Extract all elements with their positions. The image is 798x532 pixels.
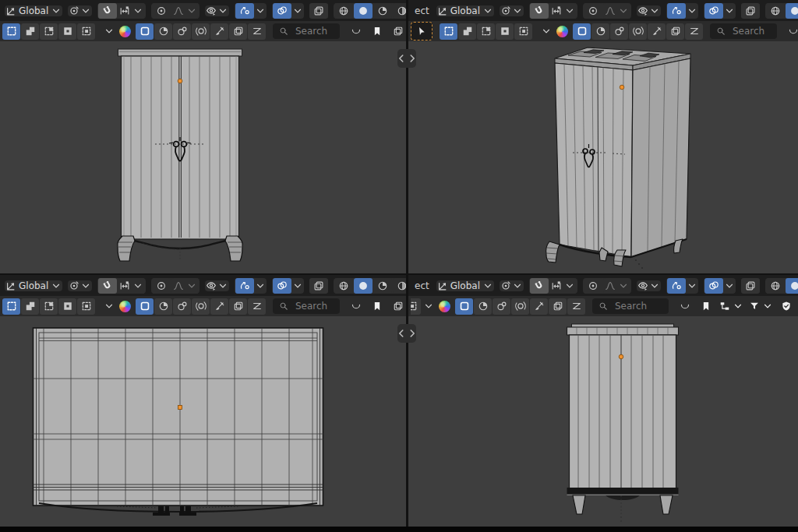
force-field-button[interactable] <box>192 298 210 315</box>
mode-sphere-icon[interactable] <box>439 301 450 312</box>
filter-dropdown-button[interactable] <box>747 298 775 314</box>
brush-button[interactable] <box>648 23 666 40</box>
visibility-dropdown[interactable] <box>637 280 661 291</box>
wardrobe-front-object[interactable] <box>118 49 243 261</box>
clipped-edge-button[interactable] <box>389 23 406 39</box>
bookmark-button[interactable] <box>697 298 715 314</box>
brush-button[interactable] <box>210 23 228 40</box>
shading-solid-button[interactable] <box>354 3 373 19</box>
gizmo-toggle-button[interactable] <box>667 278 686 294</box>
shading-wireframe-button[interactable] <box>334 278 353 294</box>
viewport-top-canvas[interactable] <box>0 316 406 527</box>
shading-wireframe-button[interactable] <box>766 278 785 294</box>
clipped-edge-button[interactable] <box>389 298 406 314</box>
snap-toggle-button[interactable] <box>530 278 549 294</box>
snap-toggle-button[interactable] <box>98 3 117 19</box>
viewport-back-canvas[interactable] <box>408 316 798 527</box>
force-field-button[interactable] <box>511 298 529 315</box>
shading-solid-button[interactable] <box>786 3 798 19</box>
viewport-top[interactable] <box>0 316 406 527</box>
select-invert-button[interactable] <box>496 23 514 40</box>
metaball-button[interactable] <box>173 23 191 40</box>
origin-dot[interactable] <box>619 354 623 359</box>
transform-orientation-dropdown[interactable]: Global <box>5 280 62 291</box>
pivot-point-dropdown[interactable] <box>68 5 92 16</box>
split-handle-top[interactable] <box>397 49 416 68</box>
search-input[interactable] <box>294 300 334 312</box>
shading-solid-button[interactable] <box>354 278 373 294</box>
search-input[interactable] <box>294 25 334 37</box>
transform-orientation-dropdown[interactable]: Global <box>436 280 494 291</box>
bookmark-button[interactable] <box>368 298 387 314</box>
horizontal-splitter[interactable] <box>0 273 798 275</box>
force-field-button[interactable] <box>192 23 210 40</box>
select-extend-button[interactable] <box>21 298 39 315</box>
split-handle-bottom[interactable] <box>397 324 416 343</box>
mode-sphere-icon[interactable] <box>556 26 568 37</box>
overlays-toggle-button[interactable] <box>273 3 291 19</box>
mode-chevron-down-icon[interactable] <box>541 26 552 37</box>
metaball-button[interactable] <box>610 23 628 40</box>
shading-wireframe-button[interactable] <box>334 3 353 19</box>
shading-material-preview-button[interactable] <box>373 3 392 19</box>
hierarchy-dropdown-button[interactable] <box>718 298 745 314</box>
select-intersect-button[interactable] <box>77 298 95 315</box>
gizmo-toggle-button[interactable] <box>235 278 254 294</box>
pie-button[interactable] <box>154 298 172 315</box>
shading-solid-button[interactable] <box>786 278 798 294</box>
arc-button[interactable] <box>347 23 365 39</box>
force-field-button[interactable] <box>629 23 647 40</box>
select-subtract-button[interactable] <box>40 298 58 315</box>
select-extend-button[interactable] <box>458 23 476 40</box>
origin-dot[interactable] <box>178 79 182 83</box>
duplicate-button[interactable] <box>229 23 247 40</box>
search-field[interactable] <box>592 298 669 314</box>
transform-orientation-dropdown[interactable]: Global <box>5 5 62 16</box>
pie-button[interactable] <box>591 23 609 40</box>
proportional-editing-button[interactable] <box>584 278 602 294</box>
viewport-back[interactable] <box>408 316 798 527</box>
search-input[interactable] <box>613 300 662 312</box>
select-invert-button[interactable] <box>58 298 76 315</box>
bookmark-button[interactable] <box>368 23 387 39</box>
overlays-toggle-button[interactable] <box>704 278 723 294</box>
measure-button[interactable] <box>567 298 585 315</box>
select-intersect-button[interactable] <box>411 298 421 315</box>
metaball-button[interactable] <box>493 298 510 315</box>
gizmo-toggle-button[interactable] <box>667 3 686 19</box>
pivot-point-dropdown[interactable] <box>500 5 524 16</box>
duplicate-button[interactable] <box>229 298 247 315</box>
pivot-point-dropdown[interactable] <box>500 280 524 291</box>
shading-material-preview-button[interactable] <box>373 278 392 294</box>
pivot-point-dropdown[interactable] <box>68 280 92 291</box>
shading-rendered-button[interactable] <box>393 278 406 294</box>
brush-button[interactable] <box>210 298 228 315</box>
select-extend-button[interactable] <box>21 23 39 40</box>
duplicate-button[interactable] <box>666 23 684 40</box>
measure-button[interactable] <box>685 23 703 40</box>
select-set-button[interactable] <box>2 298 20 315</box>
overlays-toggle-button[interactable] <box>704 3 723 19</box>
brush-button[interactable] <box>530 298 548 315</box>
proportional-falloff-button[interactable] <box>603 278 630 294</box>
arc-button[interactable] <box>347 298 365 314</box>
x-ray-toggle-button[interactable] <box>309 278 328 294</box>
select-menu-truncated[interactable]: ect <box>413 280 431 291</box>
viewport-front-canvas[interactable] <box>0 41 406 273</box>
x-ray-toggle-button[interactable] <box>309 3 328 19</box>
search-field[interactable] <box>273 23 340 39</box>
visibility-dropdown[interactable] <box>205 280 229 291</box>
active-tool-tweak-button[interactable] <box>411 22 433 41</box>
snap-target-button[interactable] <box>549 3 577 19</box>
origin-dot[interactable] <box>178 406 182 410</box>
wardrobe-top-object[interactable] <box>34 328 323 516</box>
mode-chevron-down-icon[interactable] <box>423 301 434 312</box>
origin-dot[interactable] <box>620 85 624 90</box>
select-subtract-button[interactable] <box>477 23 495 40</box>
mode-chevron-down-icon[interactable] <box>104 301 115 312</box>
measure-button[interactable] <box>248 23 266 40</box>
search-field[interactable] <box>710 23 777 39</box>
select-invert-button[interactable] <box>58 23 76 40</box>
viewport-perspective-canvas[interactable] <box>408 41 798 273</box>
transform-orientation-dropdown[interactable]: Global <box>436 5 494 16</box>
